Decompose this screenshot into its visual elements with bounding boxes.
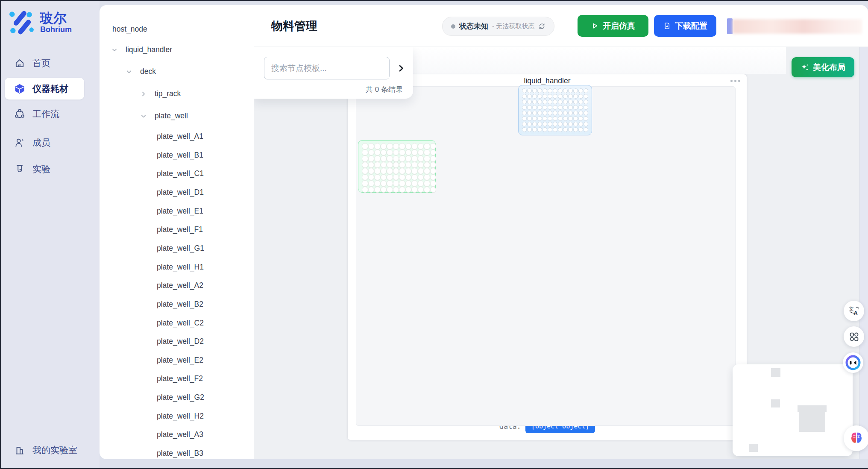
tree-item[interactable]: host_node <box>100 24 254 35</box>
search-input[interactable] <box>264 57 390 79</box>
tree-item-label: plate_well_H2 <box>157 412 204 421</box>
tip-rack-plate[interactable] <box>518 85 592 135</box>
tree-item[interactable]: plate_well_F1 <box>100 224 254 235</box>
well-circle <box>542 111 547 115</box>
tree-item[interactable]: plate_well_B2 <box>100 299 254 310</box>
tree-item[interactable]: deck <box>100 66 254 77</box>
well-circle <box>578 127 583 132</box>
well-circle <box>542 88 547 93</box>
node-menu-dots-icon[interactable] <box>730 80 740 82</box>
minimap[interactable] <box>733 364 853 456</box>
sidebar-item-my-lab[interactable]: 我的实验室 <box>0 439 100 461</box>
well-circle <box>387 155 393 162</box>
tree-item[interactable]: plate_well_C1 <box>100 168 254 179</box>
sidebar: 玻尔 Bohrium 首页 仪器耗材 工 <box>0 0 100 469</box>
sidebar-item-instruments[interactable]: 仪器耗材 <box>5 78 84 100</box>
ai-robot-button[interactable] <box>843 352 863 373</box>
chevron-down-icon[interactable] <box>126 69 132 75</box>
well-circle <box>418 149 424 156</box>
minimap-node-square <box>771 368 780 377</box>
tree-item[interactable]: plate_well_A3 <box>100 429 254 440</box>
tree-item-label: plate_well_E1 <box>157 207 203 216</box>
tree-item[interactable]: plate_well_D2 <box>100 336 254 347</box>
brand-logo[interactable]: 玻尔 Bohrium <box>9 10 72 35</box>
tree-item[interactable]: plate_well_E1 <box>100 206 254 217</box>
well-circle <box>522 127 527 132</box>
sidebar-item-label: 实验 <box>32 163 50 175</box>
start-simulation-button[interactable]: 开启仿真 <box>578 15 648 37</box>
tree-item[interactable]: plate_well_B1 <box>100 150 254 161</box>
well-circle <box>405 155 412 162</box>
well-circle <box>573 122 578 126</box>
well-circle <box>568 127 573 132</box>
tree-item-label: plate_well <box>155 111 188 120</box>
well-circle <box>532 94 537 99</box>
well-circle <box>411 180 418 187</box>
chevron-down-icon[interactable] <box>141 113 147 119</box>
tree-item[interactable]: plate_well_F2 <box>100 373 254 384</box>
tree-item[interactable]: plate_well_H1 <box>100 262 254 273</box>
well-circle <box>405 162 412 168</box>
redacted-user-info <box>727 18 862 34</box>
beautify-layout-button[interactable]: 美化布局 <box>792 57 854 77</box>
search-submit-chevron[interactable] <box>395 62 408 75</box>
window-edge-top <box>0 0 868 1</box>
tree-item[interactable]: liquid_handler <box>100 44 254 56</box>
well-circle <box>387 180 393 187</box>
well-circle <box>374 168 381 174</box>
sidebar-item-home[interactable]: 首页 <box>0 52 100 74</box>
well-circle <box>568 122 573 126</box>
sidebar-item-members[interactable]: 成员 <box>0 132 100 153</box>
apps-grid-button[interactable] <box>844 326 864 347</box>
sidebar-item-label: 首页 <box>32 57 50 69</box>
chevron-right-icon[interactable] <box>141 91 147 97</box>
tree-item[interactable]: plate_well_G2 <box>100 392 254 403</box>
well-circle <box>430 168 437 174</box>
flow-canvas[interactable]: liquid_handler data: [object Object] <box>254 47 868 459</box>
well-circle <box>563 111 568 115</box>
well-circle <box>418 168 424 174</box>
well-circle <box>362 187 368 193</box>
tree-item[interactable]: plate_well_D1 <box>100 187 254 198</box>
file-download-icon <box>663 22 671 30</box>
status-badge: 状态未知 - 无法获取状态 <box>442 17 554 36</box>
tree-item-label: plate_well_D2 <box>157 337 204 346</box>
liquid-handler-node[interactable]: liquid_handler data: [object Object] <box>347 74 747 440</box>
well-circle <box>399 174 405 181</box>
well-circle <box>393 180 399 187</box>
well-circle <box>573 116 578 121</box>
well-plate[interactable] <box>358 140 436 193</box>
tree-item[interactable]: plate_well_C2 <box>100 318 254 329</box>
well-circle <box>399 155 405 162</box>
well-circle <box>568 116 573 121</box>
tree-item-label: plate_well_F2 <box>157 374 203 383</box>
download-config-button[interactable]: 下载配置 <box>654 15 716 37</box>
tree-item[interactable]: plate_well_A2 <box>100 280 254 291</box>
tree-item[interactable]: plate_well_G1 <box>100 243 254 254</box>
refresh-icon[interactable] <box>538 23 545 30</box>
well-circle <box>542 116 547 121</box>
well-circle <box>374 149 381 156</box>
node-tree-panel: host_nodeliquid_handlerdecktip_rackplate… <box>100 5 254 459</box>
well-circle <box>430 180 437 187</box>
sidebar-item-workflow[interactable]: 工作流 <box>0 103 100 125</box>
tree-item[interactable]: plate_well_A1 <box>100 131 254 142</box>
well-circle <box>578 111 583 115</box>
well-circle <box>374 155 381 162</box>
sidebar-item-experiments[interactable]: 实验 <box>0 158 100 180</box>
tree-item[interactable]: tip_rack <box>100 88 254 100</box>
tree-item[interactable]: plate_well_H2 <box>100 411 254 422</box>
well-circle <box>522 100 527 104</box>
chevron-down-icon[interactable] <box>111 47 117 53</box>
well-circle <box>374 180 381 187</box>
well-circle <box>368 143 375 149</box>
translate-button[interactable]: 文 A <box>844 301 864 321</box>
well-circle <box>584 122 588 126</box>
well-circle <box>584 116 588 121</box>
ai-brain-button[interactable] <box>844 425 868 451</box>
tree-item[interactable]: plate_well <box>100 111 254 122</box>
well-circle <box>578 94 583 99</box>
tree-item[interactable]: plate_well_E2 <box>100 355 254 366</box>
tree-item[interactable]: plate_well_B3 <box>100 448 254 459</box>
well-circle <box>542 127 547 132</box>
